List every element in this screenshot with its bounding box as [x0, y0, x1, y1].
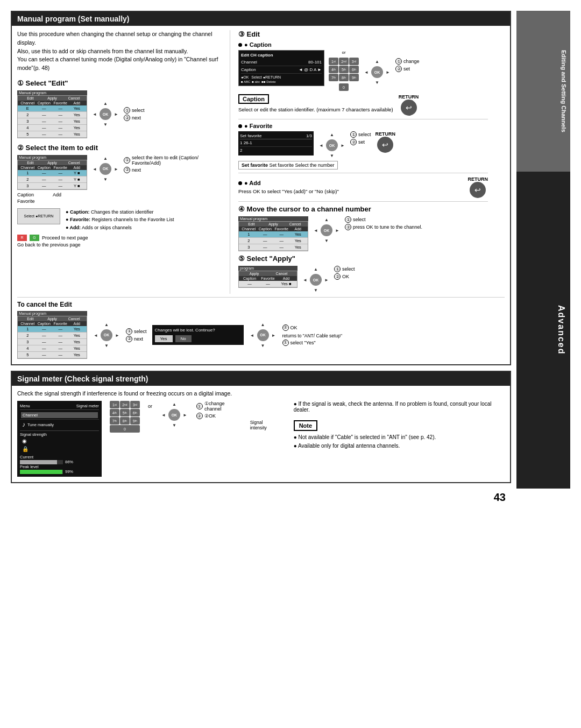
add-description: Press OK to select "Yes (add)" or "No (s… — [238, 188, 339, 194]
manual-program-table: Manual program Edit Apply Cancel — [17, 90, 87, 138]
nav-down: ▼ — [103, 122, 108, 127]
step1-annotations: ① select ② next — [124, 107, 145, 121]
right-sidebar: Editing and Setting Channels Advanced — [516, 11, 570, 489]
manual-program-title: Manual program (Set manually) — [12, 12, 510, 26]
return-icon-caption[interactable]: ↩ — [401, 100, 417, 116]
current-signal-bar — [20, 460, 63, 464]
edit-ch-caption-mockup: Edit CH caption Channel 80-101 Caption ◄… — [238, 50, 324, 86]
ok-button-cancel2[interactable]: OK — [257, 329, 269, 341]
note2: ● Available only for digital antenna cha… — [294, 442, 505, 450]
signal-intro: Check the signal strength if interferenc… — [17, 390, 505, 397]
step2-container: ② Select the item to edit Manual program — [17, 144, 222, 248]
change-channel-label: ①change channel — [204, 401, 242, 412]
advanced-label: Advanced — [516, 172, 570, 489]
numpad: 1st 2nd 3rd 4th 5th 6th 7th 8th 9th — [329, 58, 359, 81]
step4-heading: ④ Move the cursor to a channel number — [238, 205, 488, 213]
return-icon-favorite[interactable]: ↩ — [377, 137, 393, 153]
nav-cluster-step4: ▲ ▼ ◄ ► OK — [313, 216, 341, 244]
caption-info-box: Caption — [238, 94, 269, 104]
ok-button-favorite[interactable]: OK — [326, 139, 338, 151]
signal-meter-mockup: Menu Signal meter Channel ♪ Tune manuall… — [17, 401, 102, 477]
nav-cluster-step2: ▲ ▼ ◄ ► OK — [91, 155, 119, 183]
nav-up: ▲ — [103, 101, 108, 106]
step1-container: ① Select "Edit" Manual program Edit — [17, 79, 222, 138]
step3-heading: ③ Edit — [238, 30, 488, 38]
note-box: Note — [294, 420, 317, 431]
select-return-mockup: Select ●RETURN — [17, 208, 60, 224]
ok-button-step1[interactable]: OK — [100, 108, 111, 120]
nav-left: ◄ — [93, 112, 97, 117]
back-label: Go back to the previous page — [17, 242, 222, 248]
signal-or-label: or — [148, 404, 152, 409]
ok-button-step3-caption[interactable]: OK — [371, 66, 383, 78]
editing-channels-label: Editing and Setting Channels — [516, 11, 570, 172]
ok-button-step5[interactable]: OK — [310, 274, 322, 286]
manual-right-col: ③ Edit ● Caption Edit CH caption — [230, 30, 488, 294]
g-button[interactable]: G — [30, 235, 39, 241]
return-icon-add[interactable]: ↩ — [470, 182, 486, 198]
caption-label: Caption — [17, 192, 34, 197]
ok-button-step4[interactable]: OK — [321, 224, 332, 236]
favorite-label-step2: Favorite — [17, 199, 35, 204]
step2-annotations: ① select the item to edit (Caption/ Favo… — [124, 155, 222, 173]
changes-text: Changes will be lost. Continue? — [155, 328, 241, 333]
changes-mockup: Changes will be lost. Continue? Yes No — [152, 325, 244, 345]
signal-meter-section: Signal meter (Check signal strength) Che… — [11, 371, 511, 483]
cancel-edit-row: Manual program Edit Apply Cancel Channel… — [17, 311, 505, 359]
signal-intensity-label: Signal intensity — [250, 420, 280, 430]
ok-button-signal[interactable]: OK — [168, 409, 180, 421]
favorite-mockup: Set favorite 1/3 1 26-1 2 — [238, 131, 314, 156]
step2-heading: ② Select the item to edit — [17, 144, 222, 152]
ok-button-cancel[interactable]: OK — [101, 329, 112, 341]
manual-left-col: Use this procedure when changing the cha… — [17, 30, 222, 294]
favorite-subheading: ● Favorite — [238, 123, 488, 129]
signal-ok-label: ②OK — [204, 413, 216, 419]
nav-cluster-signal: ▲ ▼ ◄ ► OK — [160, 401, 188, 429]
caption-subheading: ● Caption — [238, 41, 488, 48]
nav-cluster-step5: ▲ ▼ ◄ ► OK — [302, 266, 330, 294]
yes-button[interactable]: Yes — [155, 335, 173, 342]
note1: ● Not available if "Cable" is selected i… — [294, 433, 505, 442]
add-subheading: ● Add — [238, 180, 339, 186]
nav-cluster-cancel: ▲ ▼ ◄ ► OK — [93, 321, 121, 349]
weak-signal-text: ● If the signal is weak, check the anten… — [294, 401, 505, 413]
current-value: 86% — [65, 460, 73, 464]
step2-content: ② Select the item to edit Manual program — [17, 144, 222, 248]
nav-cluster-favorite: ▲ ▼ ◄ ► OK — [318, 131, 346, 159]
nav-right: ► — [114, 112, 118, 117]
step2-table: Manual program Edit Apply Cancel — [17, 155, 87, 190]
intro-text: Use this procedure when changing the cha… — [17, 30, 222, 73]
proceed-label: Proceed to next page — [42, 235, 88, 241]
signal-meter-title: Signal meter (Check signal strength) — [12, 372, 510, 386]
nav-cluster-cancel2: ▲ ▼ ◄ ► OK — [249, 321, 277, 349]
nav-cluster-step3-caption: ▲ ▼ ◄ ► OK — [363, 58, 391, 86]
step5-heading: ⑤ Select "Apply" — [238, 255, 488, 263]
manual-program-section: Manual program (Set manually) Use this p… — [11, 11, 511, 365]
step1-content: ① Select "Edit" Manual program Edit — [17, 79, 145, 138]
caption-description: Select or edit the station identifier. (… — [238, 106, 393, 114]
add-label: Add — [53, 192, 61, 197]
r-button[interactable]: R — [17, 235, 27, 241]
ok-button-step2[interactable]: OK — [100, 163, 111, 175]
nav-cluster-step1: ▲ ▼ ◄ ► OK — [91, 100, 119, 128]
signal-numpad: 1st 2nd 3rd 4th 5th 6th 7th 8th 9th 0 — [110, 401, 140, 433]
step1-heading: ① Select "Edit" — [17, 79, 145, 87]
cancel-edit-heading: To cancel the Edit — [17, 301, 505, 308]
no-button[interactable]: No — [175, 335, 192, 342]
peak-signal-bar — [20, 470, 63, 474]
page-number: 43 — [11, 491, 570, 504]
peak-value: 99% — [65, 469, 73, 474]
set-favorite-description: Set favorite Set favorite Select the num… — [238, 161, 338, 169]
